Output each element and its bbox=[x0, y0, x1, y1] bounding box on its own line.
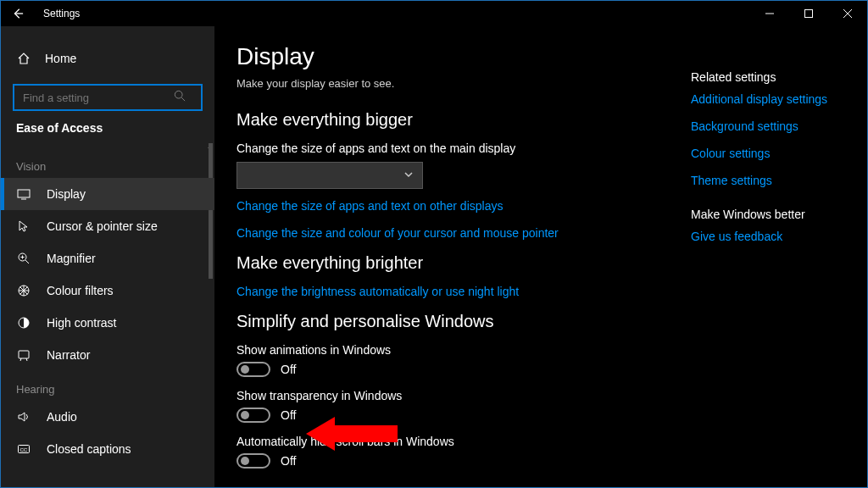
colour-filters-icon bbox=[16, 283, 31, 298]
nav-colour-filters[interactable]: Colour filters bbox=[1, 274, 214, 307]
display-icon bbox=[16, 186, 31, 202]
main: Display Make your display easier to see.… bbox=[214, 26, 867, 487]
link-theme-settings[interactable]: Theme settings bbox=[691, 174, 852, 187]
high-contrast-icon bbox=[16, 315, 31, 330]
toggle-label: Show animations in Windows bbox=[236, 343, 674, 357]
home-button[interactable]: Home bbox=[1, 42, 214, 75]
nav-label: Narrator bbox=[47, 348, 90, 362]
toggle-scrollbars[interactable] bbox=[236, 453, 270, 469]
titlebar: Settings bbox=[1, 1, 867, 26]
toggle-state: Off bbox=[281, 363, 296, 376]
link-additional-display-settings[interactable]: Additional display settings bbox=[691, 92, 852, 106]
svg-rect-18 bbox=[19, 351, 29, 358]
svg-text:CC: CC bbox=[20, 447, 28, 452]
right-column: Related settings Additional display sett… bbox=[691, 26, 867, 487]
nav-label: Colour filters bbox=[47, 284, 114, 297]
category-hearing: Hearing bbox=[1, 371, 214, 401]
svg-rect-6 bbox=[18, 190, 30, 197]
nav-label: Cursor & pointer size bbox=[47, 219, 158, 233]
link-colour-settings[interactable]: Colour settings bbox=[691, 147, 852, 160]
chevron-down-icon bbox=[403, 168, 414, 183]
narrator-icon bbox=[16, 347, 31, 363]
toggle-transparency[interactable] bbox=[236, 408, 270, 423]
toggle-label: Automatically hide scroll bars in Window… bbox=[236, 435, 674, 448]
toggle-state: Off bbox=[281, 408, 296, 422]
nav-high-contrast[interactable]: High contrast bbox=[1, 307, 214, 339]
link-night-light[interactable]: Change the brightness automatically or u… bbox=[236, 285, 674, 298]
toggle-row-animations: Show animations in Windows Off bbox=[236, 343, 674, 377]
page-subtitle: Make your display easier to see. bbox=[236, 77, 674, 90]
link-cursor-colour[interactable]: Change the size and colour of your curso… bbox=[236, 226, 674, 240]
toggle-row-scrollbars: Automatically hide scroll bars in Window… bbox=[236, 435, 674, 469]
content: Display Make your display easier to see.… bbox=[214, 26, 691, 487]
sidebar-scroll: ▲ Vision Display Cursor & pointer size M… bbox=[1, 143, 214, 487]
arrow-left-icon bbox=[12, 8, 24, 19]
toggle-label: Show transparency in Windows bbox=[236, 389, 674, 402]
display-scale-label: Change the size of apps and text on the … bbox=[236, 141, 674, 155]
svg-line-5 bbox=[181, 97, 185, 101]
svg-line-9 bbox=[25, 260, 29, 263]
back-button[interactable] bbox=[8, 3, 28, 24]
svg-point-4 bbox=[175, 91, 182, 98]
nav-closed-captions[interactable]: CC Closed captions bbox=[1, 433, 214, 465]
display-scale-dropdown[interactable] bbox=[236, 162, 423, 189]
nav-display[interactable]: Display bbox=[1, 178, 214, 210]
nav-audio[interactable]: Audio bbox=[1, 401, 214, 433]
link-give-feedback[interactable]: Give us feedback bbox=[691, 230, 852, 243]
feedback-heading: Make Windows better bbox=[691, 208, 852, 221]
related-settings-heading: Related settings bbox=[691, 70, 852, 84]
link-background-settings[interactable]: Background settings bbox=[691, 119, 852, 133]
toggle-state: Off bbox=[281, 454, 296, 468]
settings-window: Settings Home bbox=[0, 0, 868, 488]
link-other-displays[interactable]: Change the size of apps and text on othe… bbox=[236, 199, 674, 213]
nav-label: Display bbox=[47, 187, 86, 201]
breadcrumb: Ease of Access bbox=[1, 121, 214, 143]
nav-label: Closed captions bbox=[47, 442, 131, 456]
category-vision: Vision bbox=[1, 148, 214, 178]
close-button[interactable] bbox=[828, 1, 867, 26]
nav-label: Audio bbox=[47, 410, 77, 424]
nav-narrator[interactable]: Narrator bbox=[1, 339, 214, 371]
section-brighter-heading: Make everything brighter bbox=[236, 253, 674, 273]
svg-rect-1 bbox=[805, 10, 813, 18]
cursor-icon bbox=[16, 219, 31, 234]
section-bigger-heading: Make everything bigger bbox=[236, 110, 674, 130]
minimize-button[interactable] bbox=[750, 1, 789, 26]
maximize-icon bbox=[804, 9, 813, 18]
close-icon bbox=[843, 9, 852, 18]
home-icon bbox=[16, 51, 31, 66]
nav-label: High contrast bbox=[47, 316, 116, 330]
magnifier-icon bbox=[16, 251, 31, 266]
section-simplify-heading: Simplify and personalise Windows bbox=[236, 312, 674, 331]
nav-label: Magnifier bbox=[47, 252, 96, 265]
nav-magnifier[interactable]: Magnifier bbox=[1, 242, 214, 274]
audio-icon bbox=[16, 409, 31, 424]
nav-cursor-pointer-size[interactable]: Cursor & pointer size bbox=[1, 210, 214, 242]
search-wrap bbox=[13, 84, 203, 111]
cc-icon: CC bbox=[16, 441, 31, 457]
search-icon bbox=[174, 90, 186, 105]
toggle-row-transparency: Show transparency in Windows Off bbox=[236, 389, 674, 423]
window-title: Settings bbox=[43, 8, 80, 19]
minimize-icon bbox=[765, 9, 774, 18]
maximize-button[interactable] bbox=[789, 1, 828, 26]
toggle-animations[interactable] bbox=[236, 362, 270, 377]
page-title: Display bbox=[236, 43, 674, 70]
sidebar: Home Ease of Access ▲ Vision Display bbox=[1, 26, 214, 487]
home-label: Home bbox=[45, 52, 76, 65]
